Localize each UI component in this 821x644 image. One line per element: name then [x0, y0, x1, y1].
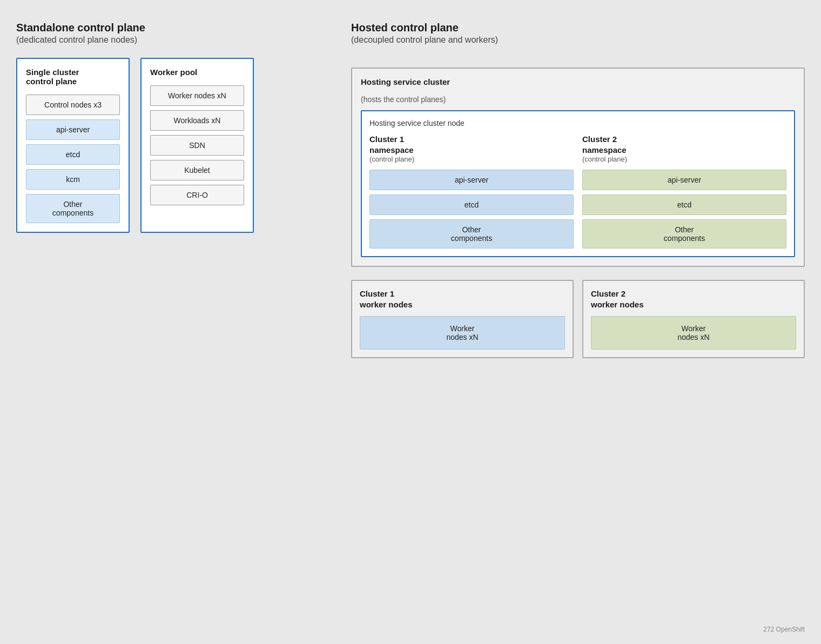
cp-other-components: Othercomponents — [26, 194, 120, 223]
cluster-namespaces: Cluster 1 namespace (control plane) api-… — [369, 134, 786, 249]
hosting-node-label: Hosting service cluster node — [369, 119, 786, 128]
page-container: Standalone control plane (dedicated cont… — [16, 22, 805, 358]
cp-etcd: etcd — [26, 144, 120, 165]
c1-etcd: etcd — [369, 194, 574, 215]
wp-workloads: Workloads xN — [150, 110, 244, 131]
cp-kcm: kcm — [26, 169, 120, 190]
worker-nodes-label: Worker nodes xN — [150, 85, 244, 106]
wp-kubelet: Kubelet — [150, 160, 244, 180]
control-plane-box: Single cluster control plane Control nod… — [16, 58, 130, 233]
cluster1-worker-box: Cluster 1 worker nodes Workernodes xN — [351, 280, 574, 358]
cluster1-worker-nodes-inner: Workernodes xN — [360, 316, 565, 350]
c1-other-components: Othercomponents — [369, 219, 574, 249]
cluster2-worker-box: Cluster 2 worker nodes Workernodes xN — [582, 280, 805, 358]
c2-etcd: etcd — [582, 194, 786, 215]
cp-api-server: api-server — [26, 119, 120, 140]
left-panel-subtitle: (dedicated control plane nodes) — [16, 35, 329, 45]
hosting-service-sublabel: (hosts the control planes) — [361, 95, 795, 104]
cluster1-namespace: Cluster 1 namespace (control plane) api-… — [369, 134, 574, 249]
cluster2-worker-nodes-inner: Workernodes xN — [591, 316, 796, 350]
cluster1-name: Cluster 1 namespace — [369, 134, 574, 155]
worker-pool-box: Worker pool Worker nodes xN Workloads xN… — [140, 58, 254, 233]
right-panel-subtitle: (decoupled control plane and workers) — [351, 35, 805, 45]
cluster1-worker-label: Cluster 1 worker nodes — [360, 289, 565, 310]
c1-api-server: api-server — [369, 170, 574, 190]
cluster1-sub: (control plane) — [369, 155, 574, 163]
control-nodes-label: Control nodes x3 — [26, 95, 120, 115]
worker-nodes-row: Cluster 1 worker nodes Workernodes xN Cl… — [351, 280, 805, 358]
hosting-node-box: Hosting service cluster node Cluster 1 n… — [361, 110, 795, 257]
worker-pool-label: Worker pool — [150, 68, 244, 77]
hosting-service-cluster: Hosting service cluster (hosts the contr… — [351, 68, 805, 267]
cluster2-sub: (control plane) — [582, 155, 786, 163]
control-plane-label: Single cluster control plane — [26, 68, 120, 86]
cluster2-name: Cluster 2 namespace — [582, 134, 786, 155]
right-panel: Hosted control plane (decoupled control … — [351, 22, 805, 358]
hosting-service-label: Hosting service cluster — [361, 77, 795, 86]
c2-api-server: api-server — [582, 170, 786, 190]
left-panel-title: Standalone control plane — [16, 22, 329, 34]
c2-other-components: Othercomponents — [582, 219, 786, 249]
left-diagram: Single cluster control plane Control nod… — [16, 58, 329, 233]
left-panel: Standalone control plane (dedicated cont… — [16, 22, 329, 358]
cluster2-namespace: Cluster 2 namespace (control plane) api-… — [582, 134, 786, 249]
wp-sdn: SDN — [150, 135, 244, 156]
footer-text: 272 OpenShift — [763, 626, 805, 633]
cluster2-worker-label: Cluster 2 worker nodes — [591, 289, 796, 310]
right-panel-title: Hosted control plane — [351, 22, 805, 34]
wp-crio: CRI-O — [150, 185, 244, 205]
